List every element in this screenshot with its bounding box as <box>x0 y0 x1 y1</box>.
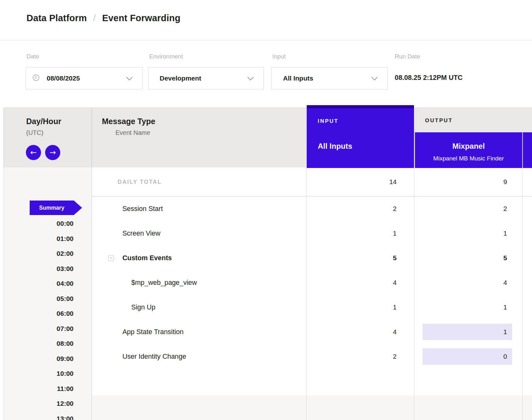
table-row-screen-view: Screen View 1 1 <box>92 221 532 246</box>
environment-filter-label: Environment <box>149 53 183 60</box>
date-select[interactable]: 08/08/2025 <box>26 67 143 89</box>
run-date-label: Run Date <box>395 53 420 60</box>
row-label: User Identity Change <box>122 353 186 361</box>
hour-row-07[interactable]: 07:00 <box>3 325 74 333</box>
row-output-value: 2 <box>503 205 507 213</box>
summary-label: Summary <box>30 205 74 211</box>
row-input-value: 4 <box>393 328 397 336</box>
body-footer-area <box>92 395 532 420</box>
run-date-value: 08.08.25 2:12PM UTC <box>395 74 463 82</box>
row-input-value: 4 <box>393 279 397 286</box>
hour-row-13[interactable]: 13:00 <box>3 415 74 420</box>
hour-row-12[interactable]: 12:00 <box>3 400 74 407</box>
chevron-down-icon <box>247 74 254 81</box>
input-group-label: INPUT <box>318 118 339 124</box>
collapse-minus-icon[interactable]: − <box>108 255 114 261</box>
output-column-header-next-partial[interactable] <box>523 132 532 168</box>
row-label: Custom Events <box>122 254 172 262</box>
row-output-value: 5 <box>503 254 507 262</box>
event-name-subheader: Event Name <box>115 129 150 136</box>
row-label: App State Transition <box>122 328 184 336</box>
input-select[interactable]: All Inputs <box>271 67 388 89</box>
row-input-value: 2 <box>393 353 397 360</box>
hour-row-09[interactable]: 09:00 <box>3 355 74 363</box>
row-label: $mp_web_page_view <box>131 279 197 287</box>
arrow-left-icon: ← <box>30 148 37 157</box>
arrow-right-icon: → <box>50 148 56 157</box>
table-row-user-identity-change: User Identity Change 2 0 <box>92 344 532 369</box>
row-output-value: 1 <box>503 328 507 336</box>
hour-row-10[interactable]: 10:00 <box>3 370 74 377</box>
day-hour-header: Day/Hour <box>26 117 61 126</box>
breadcrumb: Data Platform / Event Forwarding <box>27 13 180 23</box>
date-filter-label: Date <box>27 53 39 60</box>
environment-select[interactable]: Development <box>148 67 264 89</box>
input-filter-label: Input <box>272 53 286 60</box>
row-output-value: 4 <box>503 279 507 286</box>
input-column-header[interactable]: INPUT All Inputs <box>307 105 414 168</box>
table-row-sign-up: Sign Up 1 1 <box>92 295 532 320</box>
clock-icon <box>32 74 40 83</box>
hour-row-00[interactable]: 00:00 <box>3 220 74 227</box>
chevron-down-icon <box>371 74 378 81</box>
table-row-app-state-transition: App State Transition 4 1 <box>92 320 532 344</box>
output-column-name: Mixpanel <box>415 142 522 151</box>
output-discrepancy-highlight <box>423 324 512 340</box>
row-label: Screen View <box>122 230 160 237</box>
day-hour-subheader: (UTC) <box>26 129 43 136</box>
row-label: Session Start <box>122 205 163 213</box>
row-input-value: 1 <box>393 230 397 237</box>
output-group-label: OUTPUT <box>425 117 453 124</box>
breadcrumb-separator: / <box>93 13 96 23</box>
row-label: Sign Up <box>131 303 156 311</box>
summary-row-selector[interactable]: Summary <box>30 201 74 215</box>
daily-total-row: DAILY TOTAL 14 9 <box>92 167 532 196</box>
table-row-mp-web-page-view: $mp_web_page_view 4 4 <box>92 270 532 295</box>
hour-row-04[interactable]: 04:00 <box>3 280 74 287</box>
message-type-header: Message Type <box>102 117 155 126</box>
input-column-name: All Inputs <box>318 142 352 151</box>
summary-arrow-tip <box>74 201 82 215</box>
hour-row-01[interactable]: 01:00 <box>3 235 74 243</box>
environment-select-value: Development <box>160 75 201 82</box>
prev-day-button[interactable]: ← <box>26 145 41 160</box>
hour-row-11[interactable]: 11:00 <box>3 385 74 393</box>
hour-row-06[interactable]: 06:00 <box>3 310 74 317</box>
table-row-session-start: Session Start 2 2 <box>92 196 532 221</box>
row-output-value: 1 <box>503 230 507 237</box>
daily-total-label: DAILY TOTAL <box>118 178 162 185</box>
row-output-value: 0 <box>503 353 507 360</box>
input-column-accent-strip <box>307 105 414 108</box>
event-forwarding-page: Data Platform / Event Forwarding Date En… <box>0 0 532 420</box>
output-column-subtitle: Mixpanel MB Music Finder <box>415 155 522 162</box>
row-input-value: 5 <box>393 254 397 262</box>
output-discrepancy-highlight <box>423 348 512 365</box>
row-output-value: 1 <box>503 303 507 311</box>
daily-total-output-value: 9 <box>503 178 507 186</box>
row-input-value: 1 <box>393 303 397 311</box>
top-bar: Data Platform / Event Forwarding <box>0 0 532 40</box>
hour-row-08[interactable]: 08:00 <box>3 340 74 347</box>
table-row-custom-events: − Custom Events 5 5 <box>92 246 532 270</box>
date-select-value: 08/08/2025 <box>47 75 80 82</box>
chevron-down-icon <box>126 74 133 81</box>
input-select-value: All Inputs <box>283 75 313 82</box>
row-input-value: 2 <box>393 205 397 213</box>
output-column-header-mixpanel[interactable]: Mixpanel Mixpanel MB Music Finder <box>415 132 522 168</box>
hour-row-02[interactable]: 02:00 <box>3 250 74 257</box>
page-title: Event Forwarding <box>102 13 180 23</box>
next-day-button[interactable]: → <box>45 145 60 160</box>
breadcrumb-section[interactable]: Data Platform <box>27 13 87 23</box>
hour-row-03[interactable]: 03:00 <box>3 265 74 273</box>
daily-total-input-value: 14 <box>389 178 397 186</box>
hour-row-05[interactable]: 05:00 <box>3 295 74 303</box>
